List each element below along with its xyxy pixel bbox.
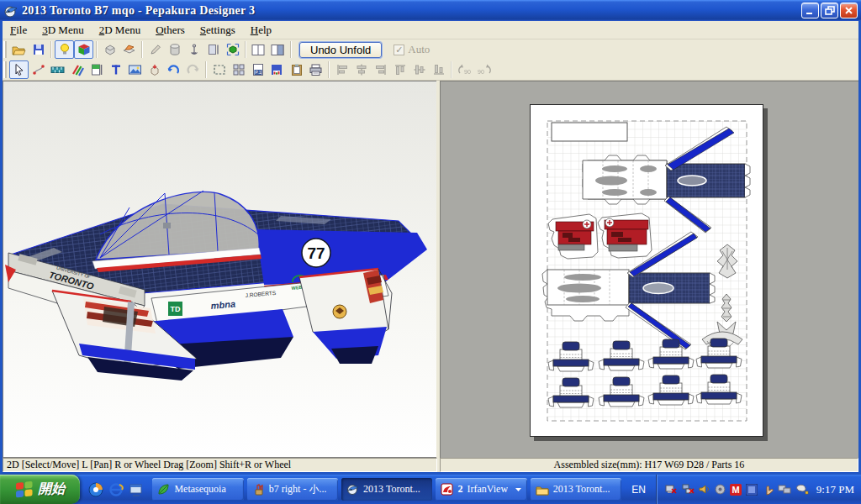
network-disconnected-icon[interactable] (665, 484, 678, 495)
title-bar: 2013 Toronto B7 mqo - Pepakura Designer … (0, 0, 861, 21)
material-panel-icon[interactable] (87, 60, 106, 79)
part-box-icon[interactable] (145, 60, 164, 79)
edit-pen-icon[interactable] (145, 40, 165, 59)
colored-pens-icon[interactable] (67, 60, 87, 79)
align-right-icon[interactable] (371, 60, 390, 79)
undo-icon[interactable] (164, 60, 183, 79)
print-icon[interactable] (306, 60, 325, 79)
dual-monitor-icon[interactable] (778, 484, 791, 495)
anchor-icon[interactable] (184, 40, 203, 59)
layout-2d-only-icon[interactable] (268, 40, 288, 59)
blue-app-icon[interactable] (746, 484, 758, 496)
red-m-icon[interactable]: M (730, 484, 742, 496)
redo-icon[interactable] (183, 60, 203, 79)
car-number: 77 (307, 244, 325, 262)
text-frame[interactable] (552, 123, 627, 141)
toolbar-2d: P.1 90 90 (3, 60, 858, 81)
status-hint: 2D [Select/Move] L [Pan] R or Wheel Drag… (3, 458, 437, 472)
solar-car-model: 77 UNIVERSITY OF TORONTO (3, 81, 436, 457)
rotate-ccw-label: 90 (464, 69, 471, 75)
pattern-page (530, 104, 763, 437)
rotate-ccw-90-icon[interactable]: 90 (455, 60, 474, 79)
align-bottom-icon[interactable] (429, 60, 448, 79)
auto-checkbox-box[interactable]: ✓ (394, 45, 404, 55)
svg-text:M: M (732, 485, 739, 495)
menu-help[interactable]: Help (243, 22, 279, 39)
taskbar-button-irfanview-group[interactable]: 2 IrfanView (436, 478, 526, 501)
system-tray: M 9:17 PM (656, 475, 861, 504)
taskbar-button-label: 2013 Toront... (553, 483, 610, 496)
page-number-icon[interactable]: P.1 (248, 60, 267, 79)
select-3d-part-icon[interactable] (223, 40, 242, 59)
start-button[interactable]: 開始 (0, 475, 80, 504)
align-top-icon[interactable] (390, 60, 409, 79)
text-tool-icon[interactable] (106, 60, 125, 79)
align-center-h-icon[interactable] (351, 60, 371, 79)
auto-checkbox[interactable]: ✓ Auto (394, 43, 430, 56)
menu-settings[interactable]: Settings (193, 22, 243, 39)
taskbar-button-label: Metasequoia (174, 483, 225, 496)
toggle-light-button[interactable] (55, 40, 74, 59)
sponsor-mbna: mbna (210, 298, 235, 311)
align-left-icon[interactable] (332, 60, 351, 79)
unfolded-parts (531, 105, 763, 436)
windows-logo-icon (15, 480, 34, 499)
menu-2d[interactable]: 2D Menu (92, 22, 148, 39)
side-panel-icon[interactable] (203, 40, 223, 59)
touch-hand-icon[interactable] (762, 484, 774, 496)
viewport-2d[interactable] (440, 81, 858, 458)
page-number-label: P.1 (255, 70, 261, 75)
menu-file[interactable]: File (3, 22, 34, 39)
toggle-texture-button[interactable] (74, 40, 93, 59)
close-button[interactable] (840, 3, 858, 18)
image-tool-icon[interactable] (125, 60, 145, 79)
show-desktop-icon[interactable] (129, 482, 144, 497)
join-edge-icon[interactable] (48, 60, 67, 79)
menu-others[interactable]: Others (148, 22, 193, 39)
lan-disconnected-icon[interactable] (682, 484, 695, 495)
taskbar-button-pepakura[interactable]: 2013 Toront... (341, 478, 432, 501)
audio-device-icon[interactable] (715, 484, 726, 495)
mouse-icon[interactable] (795, 484, 809, 495)
taskbar-button-folder[interactable]: 2013 Toront... (531, 478, 621, 501)
taskbar-button-count: 2 (457, 483, 462, 496)
taskbar: 開始 Metasequoia b7 right - 小... 2013 Toro… (0, 475, 861, 504)
marquee-select-icon[interactable] (209, 60, 229, 79)
taskbar-button-b7-right[interactable]: b7 right - 小... (247, 478, 338, 501)
minimize-button[interactable] (801, 3, 819, 18)
layout-split-icon[interactable] (249, 40, 268, 59)
rotate-cw-90-icon[interactable]: 90 (474, 60, 494, 79)
unfold-box-icon[interactable] (100, 40, 119, 59)
menu-3d[interactable]: 3D Menu (34, 22, 91, 39)
paint-icon (252, 483, 265, 496)
select-move-button[interactable] (9, 60, 29, 79)
save-button[interactable] (29, 40, 48, 59)
open-folder-button[interactable] (9, 40, 29, 59)
arrange-parts-icon[interactable] (229, 60, 248, 79)
viewport-3d[interactable]: 77 UNIVERSITY OF TORONTO (3, 81, 436, 458)
auto-checkbox-label: Auto (408, 43, 430, 56)
quick-launch (80, 482, 151, 497)
taskbar-button-metasequoia[interactable]: Metasequoia (152, 478, 243, 501)
irfanview-icon (441, 483, 453, 496)
unfold-open-icon[interactable] (119, 40, 139, 59)
volume-icon[interactable] (699, 484, 710, 495)
media-player-icon[interactable] (88, 482, 103, 497)
solid-cylinder-icon[interactable] (165, 40, 184, 59)
language-indicator[interactable]: EN (623, 484, 654, 496)
window-title: 2013 Toronto B7 mqo - Pepakura Designer … (22, 4, 800, 18)
align-middle-v-icon[interactable] (409, 60, 429, 79)
edge-edit-icon[interactable] (29, 60, 48, 79)
restore-button[interactable] (821, 3, 838, 18)
folder-icon (536, 484, 549, 496)
chevron-down-icon[interactable] (515, 486, 522, 493)
app-icon[interactable] (3, 3, 18, 18)
clipboard-icon[interactable] (287, 60, 306, 79)
rotate-cw-label: 90 (478, 69, 484, 75)
export-image-icon[interactable] (267, 60, 287, 79)
taskbar-clock[interactable]: 9:17 PM (816, 483, 854, 496)
internet-explorer-icon[interactable] (108, 482, 124, 497)
pepakura-window: 2013 Toronto B7 mqo - Pepakura Designer … (0, 0, 861, 504)
undo-unfold-button[interactable]: Undo Unfold (299, 42, 382, 58)
taskbar-button-label: 2013 Toront... (363, 483, 420, 496)
